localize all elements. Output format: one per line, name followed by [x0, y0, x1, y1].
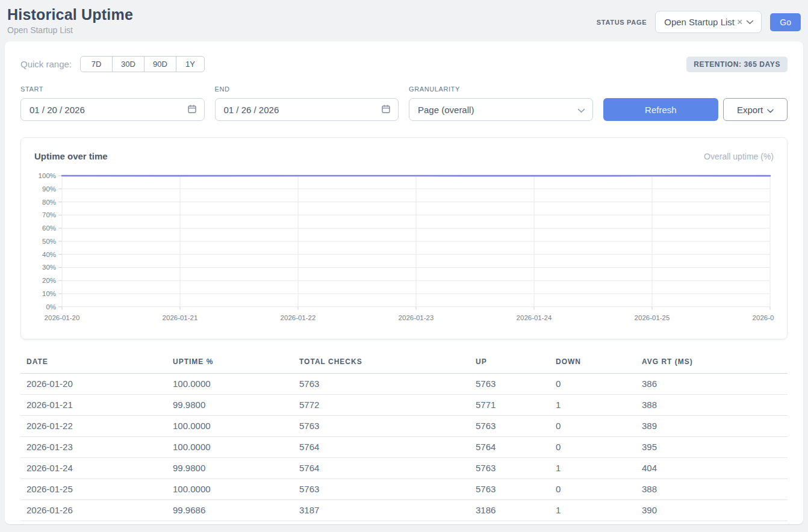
end-date-label: END: [215, 85, 399, 93]
svg-text:2026-01-23: 2026-01-23: [399, 314, 434, 321]
chart-header: Uptime over time Overall uptime (%): [34, 151, 774, 161]
col-date: DATE: [20, 353, 167, 374]
status-page-controls: STATUS PAGE Open Startup List × Go: [597, 11, 801, 33]
svg-text:10%: 10%: [42, 290, 56, 297]
uptime-chart-card: Uptime over time Overall uptime (%) 0%10…: [20, 137, 788, 339]
chart-title: Uptime over time: [34, 151, 108, 161]
export-button[interactable]: Export: [723, 98, 788, 121]
uptime-line-chart: 0%10%20%30%40%50%60%70%80%90%100%2026-01…: [34, 171, 774, 326]
granularity-label: GRANULARITY: [409, 85, 593, 93]
start-date-input[interactable]: 01 / 20 / 2026: [20, 98, 205, 121]
end-date-field-group: END 01 / 26 / 2026: [215, 85, 399, 121]
retention-badge: RETENTION: 365 DAYS: [686, 57, 788, 72]
end-date-value: 01 / 26 / 2026: [224, 105, 279, 115]
quick-range-30d-button[interactable]: 30D: [112, 56, 145, 72]
status-page-label: STATUS PAGE: [597, 19, 647, 26]
status-page-select[interactable]: Open Startup List ×: [655, 11, 762, 33]
svg-text:70%: 70%: [42, 211, 56, 218]
granularity-field-group: GRANULARITY Page (overall): [409, 85, 593, 121]
quick-range-7d-button[interactable]: 7D: [80, 56, 113, 72]
col-total-checks: TOTAL CHECKS: [293, 353, 470, 374]
svg-text:80%: 80%: [42, 199, 56, 206]
svg-text:2026-01-21: 2026-01-21: [163, 314, 198, 321]
table-row: 2026-01-22100.0000576357630389: [20, 416, 788, 437]
col-uptime: UPTIME %: [167, 353, 293, 374]
svg-text:2026-01-20: 2026-01-20: [45, 314, 80, 321]
svg-text:100%: 100%: [39, 172, 56, 179]
quick-range-1y-button[interactable]: 1Y: [176, 56, 205, 72]
table-row: 2026-01-2499.9800576457631404: [20, 458, 788, 479]
svg-text:2026-01-25: 2026-01-25: [635, 314, 670, 321]
chevron-down-icon: [577, 105, 585, 115]
svg-text:2026-01-26: 2026-01-26: [753, 314, 774, 321]
page-title: Historical Uptime: [7, 6, 133, 23]
clear-selection-icon[interactable]: ×: [737, 17, 742, 27]
svg-text:50%: 50%: [42, 238, 56, 245]
svg-text:20%: 20%: [42, 277, 56, 284]
end-date-input[interactable]: 01 / 26 / 2026: [215, 98, 399, 121]
status-page-selected-value: Open Startup List: [664, 17, 735, 27]
table-row: 2026-01-20100.0000576357630386: [20, 374, 788, 395]
title-block: Historical Uptime Open Startup List: [7, 6, 133, 35]
col-up: UP: [470, 353, 550, 374]
svg-text:40%: 40%: [42, 251, 56, 258]
table-header: DATE UPTIME % TOTAL CHECKS UP DOWN AVG R…: [20, 353, 788, 374]
page-subtitle: Open Startup List: [7, 25, 133, 35]
col-avg-rt: AVG RT (MS): [636, 353, 788, 374]
table-row: 2026-01-23100.0000576457640395: [20, 437, 788, 458]
go-button[interactable]: Go: [770, 13, 801, 31]
refresh-button[interactable]: Refresh: [603, 98, 719, 121]
svg-text:30%: 30%: [42, 264, 56, 271]
col-down: DOWN: [550, 353, 636, 374]
filter-fields-row: START 01 / 20 / 2026 END 01 / 26 / 2026 …: [20, 85, 788, 121]
chevron-down-icon: [746, 20, 754, 25]
quick-range-buttons: 7D 30D 90D 1Y: [80, 56, 205, 72]
calendar-icon[interactable]: [381, 104, 391, 116]
export-button-label: Export: [737, 105, 763, 115]
table-row: 2026-01-2199.9800577257711388: [20, 395, 788, 416]
svg-text:60%: 60%: [42, 224, 56, 232]
start-date-label: START: [20, 85, 205, 93]
quick-range-group: Quick range: 7D 30D 90D 1Y: [20, 56, 205, 72]
granularity-value: Page (overall): [418, 105, 474, 115]
start-date-value: 01 / 20 / 2026: [30, 105, 85, 115]
chart-legend: Overall uptime (%): [704, 152, 774, 161]
table-row: 2026-01-2699.9686318731861390: [20, 500, 788, 521]
svg-text:2026-01-24: 2026-01-24: [517, 314, 552, 321]
calendar-icon[interactable]: [187, 104, 197, 116]
quick-range-90d-button[interactable]: 90D: [144, 56, 176, 72]
quick-range-label: Quick range:: [20, 59, 72, 69]
start-date-field-group: START 01 / 20 / 2026: [20, 85, 205, 121]
table-body: 2026-01-20100.00005763576303862026-01-21…: [20, 374, 788, 521]
svg-text:2026-01-22: 2026-01-22: [281, 314, 316, 321]
top-bar: Historical Uptime Open Startup List STAT…: [0, 0, 808, 35]
svg-text:0%: 0%: [46, 303, 56, 311]
main-panel: Quick range: 7D 30D 90D 1Y RETENTION: 36…: [5, 42, 803, 524]
table-row: 2026-01-25100.0000576357630388: [20, 479, 788, 500]
uptime-table: DATE UPTIME % TOTAL CHECKS UP DOWN AVG R…: [20, 353, 788, 521]
granularity-select[interactable]: Page (overall): [409, 98, 593, 121]
chevron-down-icon: [767, 105, 774, 115]
quick-range-row: Quick range: 7D 30D 90D 1Y RETENTION: 36…: [20, 56, 788, 72]
svg-text:90%: 90%: [42, 185, 56, 193]
